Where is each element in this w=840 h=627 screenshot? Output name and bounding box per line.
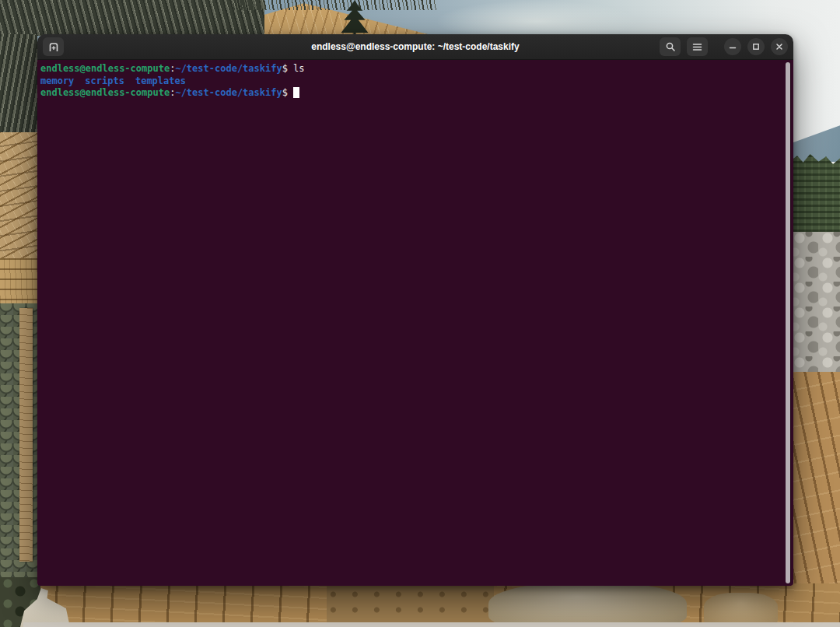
titlebar[interactable]: endless@endless-compute: ~/test-code/tas…: [37, 34, 793, 60]
prompt-user-host: endless@endless-compute: [40, 87, 170, 98]
prompt-path: ~/test-code/taskify: [175, 63, 282, 74]
terminal-scrollbar[interactable]: [786, 62, 790, 583]
wallpaper-cloud: [436, 0, 638, 36]
minimize-icon: [729, 43, 737, 51]
typed-command: ls: [293, 63, 304, 74]
wallpaper-light-plank: [23, 622, 840, 627]
wallpaper-bottom-dirt: [327, 585, 494, 627]
prompt-symbol: $: [282, 87, 288, 98]
wallpaper-left-shingles: [0, 132, 37, 261]
ls-entry-directory: scripts: [85, 75, 124, 86]
terminal-window: endless@endless-compute: ~/test-code/tas…: [37, 34, 793, 586]
wallpaper-mountain-ridge: [790, 121, 840, 162]
titlebar-actions: [660, 37, 788, 56]
wallpaper-rocky-scree: [790, 232, 840, 375]
prompt-symbol: $: [282, 63, 288, 74]
prompt-path: ~/test-code/taskify: [175, 87, 282, 98]
wallpaper-left-post: [19, 308, 33, 562]
wallpaper-left-branches: [0, 34, 37, 134]
new-tab-button[interactable]: [43, 37, 64, 56]
hamburger-menu-icon: [692, 43, 702, 51]
terminal-content[interactable]: endless@endless-compute:~/test-code/task…: [37, 60, 793, 586]
prompt-user-host: endless@endless-compute: [40, 63, 170, 74]
new-tab-icon: [48, 42, 59, 52]
wallpaper-left-beams: [0, 258, 37, 306]
terminal-line-prompt-1: endless@endless-compute:~/test-code/task…: [40, 63, 782, 75]
close-button[interactable]: [771, 38, 788, 55]
ls-entry-directory: templates: [135, 75, 186, 86]
wallpaper-branch-twigs: [233, 0, 437, 10]
terminal-cursor: [293, 87, 299, 98]
wallpaper-branch-thicket: [0, 0, 264, 36]
search-icon: [665, 41, 676, 52]
terminal-line-ls-output: memoryscriptstemplates: [40, 75, 782, 88]
minimize-button[interactable]: [724, 38, 741, 55]
ls-entry-directory: memory: [40, 75, 74, 86]
window-title: endless@endless-compute: ~/test-code/tas…: [311, 41, 519, 52]
maximize-icon: [752, 43, 760, 51]
wallpaper-carved-stone: [488, 582, 687, 627]
close-icon: [775, 43, 783, 51]
maximize-button[interactable]: [747, 38, 765, 55]
wallpaper-pine-forest: [790, 154, 840, 238]
search-button[interactable]: [660, 37, 681, 56]
menu-button[interactable]: [687, 37, 708, 56]
terminal-line-prompt-2: endless@endless-compute:~/test-code/task…: [40, 87, 782, 100]
desktop-wallpaper: endless@endless-compute: ~/test-code/tas…: [0, 0, 840, 627]
